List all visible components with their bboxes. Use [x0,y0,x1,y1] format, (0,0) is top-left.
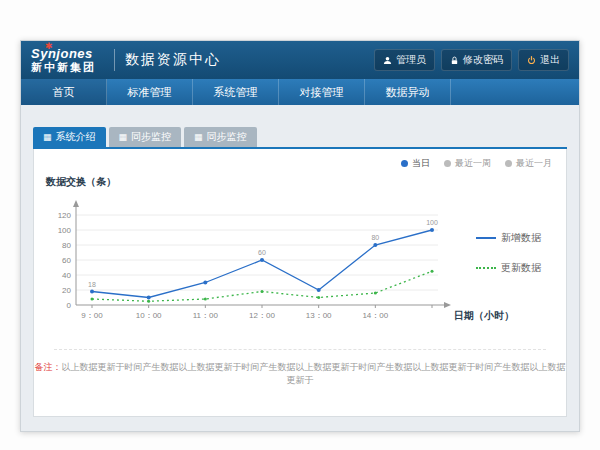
series-updated-data[interactable]: 更新数据 [476,261,541,275]
y-axis-title: 数据交换（条） [46,175,116,189]
svg-text:10：00: 10：00 [136,311,162,320]
legend-dot [505,160,512,167]
period-filter-legend: 当日 最近一周 最近一月 [401,157,552,170]
series-legend: 新增数据 更新数据 [476,231,541,275]
grid-icon: ▦ [43,133,52,142]
content-area: ▦ 系统介绍 ▦ 同步监控 ▦ 同步监控 当日 最近一周 [21,105,579,417]
dotted-line-sample [476,267,496,269]
logo-subtext: 新中新集团 [31,62,96,73]
grid-icon: ▦ [119,133,128,142]
svg-text:80: 80 [371,234,379,241]
main-nav: 首页 标准管理 系统管理 对接管理 数据异动 [21,79,579,105]
tab-system-intro[interactable]: ▦ 系统介绍 [33,127,106,147]
legend-dot [401,160,408,167]
chart-panel: 当日 最近一周 最近一月 数据交换（条） 0204060801001209：00… [33,149,567,417]
header-actions: 管理员 修改密码 退出 [374,49,569,71]
nav-item-system-mgmt[interactable]: 系统管理 [193,79,279,105]
company-logo: Synjones ✱ 新中新集团 [31,47,96,73]
top-header-bar: Synjones ✱ 新中新集团 数据资源中心 管理员 修改密码 退出 [21,41,579,79]
x-axis-title: 日期（小时） [454,309,514,323]
change-password-label: 修改密码 [463,53,503,67]
footer-note: 备注：以上数据更新于时间产生数据以上数据更新于时间产生数据以上数据更新于时间产生… [34,361,566,387]
tab-bar: ▦ 系统介绍 ▦ 同步监控 ▦ 同步监控 [33,127,567,147]
tab-sync-monitor-1[interactable]: ▦ 同步监控 [109,127,182,147]
power-icon [527,56,536,65]
logout-button[interactable]: 退出 [518,49,569,71]
solid-line-sample [476,237,496,239]
tab-label: 系统介绍 [56,130,96,144]
nav-item-connection-mgmt[interactable]: 对接管理 [279,79,365,105]
nav-item-standard-mgmt[interactable]: 标准管理 [107,79,193,105]
tab-label: 同步监控 [131,130,171,144]
change-password-button[interactable]: 修改密码 [441,49,512,71]
admin-user-label: 管理员 [396,53,426,67]
svg-text:0: 0 [67,301,72,310]
svg-text:12：00: 12：00 [249,311,275,320]
filter-last-month[interactable]: 最近一月 [505,157,552,170]
svg-text:60: 60 [258,249,266,256]
svg-text:9：00: 9：00 [81,311,103,320]
legend-dot [444,160,451,167]
nav-item-home[interactable]: 首页 [21,79,107,105]
svg-text:120: 120 [58,211,72,220]
logout-label: 退出 [540,53,560,67]
svg-text:100: 100 [426,219,438,226]
logo-star-icon: ✱ [45,42,53,51]
series-new-data[interactable]: 新增数据 [476,231,541,245]
user-icon [383,56,392,65]
filter-last-month-label: 最近一月 [516,157,552,170]
header-divider [114,49,115,71]
nav-item-data-changes[interactable]: 数据异动 [365,79,451,105]
svg-text:60: 60 [62,256,71,265]
admin-user-button[interactable]: 管理员 [374,49,435,71]
note-text: 以上数据更新于时间产生数据以上数据更新于时间产生数据以上数据更新于时间产生数据以… [62,362,566,385]
tab-sync-monitor-2[interactable]: ▦ 同步监控 [184,127,257,147]
line-chart: 0204060801001209：0010：0011：0012：0013：001… [46,193,466,328]
svg-text:18: 18 [88,281,96,288]
tab-label: 同步监控 [207,130,247,144]
svg-text:11：00: 11：00 [193,311,219,320]
filter-today-label: 当日 [412,157,430,170]
page-title: 数据资源中心 [125,51,221,69]
svg-text:20: 20 [62,286,71,295]
grid-icon: ▦ [194,133,203,142]
svg-text:40: 40 [62,271,71,280]
note-divider [54,349,546,350]
filter-last-week[interactable]: 最近一周 [444,157,491,170]
filter-last-week-label: 最近一周 [455,157,491,170]
series-updated-data-label: 更新数据 [501,261,541,275]
svg-text:13：00: 13：00 [306,311,332,320]
series-new-data-label: 新增数据 [501,231,541,245]
logo-text: Synjones [31,47,96,60]
svg-text:80: 80 [62,241,71,250]
app-window: Synjones ✱ 新中新集团 数据资源中心 管理员 修改密码 退出 首页 标… [20,40,580,432]
lock-icon [450,56,459,65]
filter-today[interactable]: 当日 [401,157,430,170]
svg-text:100: 100 [58,226,72,235]
svg-text:14：00: 14：00 [362,311,388,320]
note-prefix: 备注： [35,362,62,372]
